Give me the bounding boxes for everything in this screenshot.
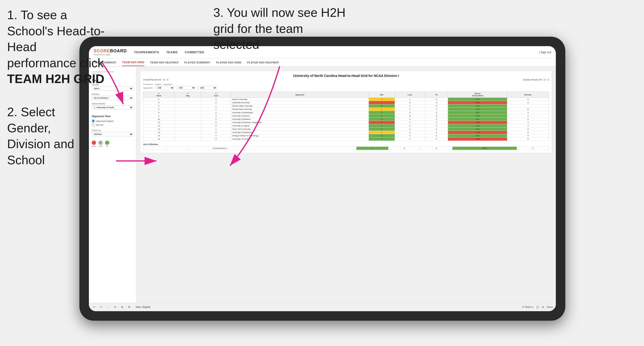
cell-reg [174,134,201,138]
cell-diff: 3.67 [448,111,507,114]
table-row: 14 2 University of Oklahoma 1 2 0 -1.00 … [144,131,549,134]
cell-rank: 2 [144,98,175,101]
comment-button[interactable]: 💬 [536,306,539,308]
cell-tie: 0 [425,114,448,118]
cell-diff: 4.50 [448,134,507,138]
col-diff: Diff AvStrokes/Rnd [448,92,507,98]
subnav-team-h2h-heatmap[interactable]: TEAM H2H HEATMAP [150,59,179,66]
conference-filter-label: Conference [143,83,153,85]
grid-view-button[interactable]: ⊞ [542,306,544,308]
toolbar-right: 👁 Watch ▾ 💬 ⊞ Share [522,306,553,308]
subnav-player-h2h-heatmap[interactable]: PLAYER H2H HEATMAP [247,59,279,66]
cell-loss: 4 [395,101,425,104]
nav-committee[interactable]: COMMITTEE [185,49,204,55]
main-content: Last Updated: 27/03/2024 16:55:38 Team G… [89,67,556,303]
share-button[interactable]: Share [546,306,553,308]
sidebar-division-label: Division [92,93,133,95]
table-row: 15 4 Georgia Institute of Technology 6 0… [144,134,549,138]
cell-opponent: University of Florida [231,138,368,141]
cell-loss: 0 [395,111,425,114]
cell-rounds: 3 [507,111,549,114]
cell-rank: 12 [144,124,175,128]
division-select[interactable]: NCAA Division I [92,96,133,100]
nav-tournaments[interactable]: TOURNAMENTS [134,49,159,55]
cell-conf: 1 [201,128,231,131]
cell-conf: 4 [201,134,231,138]
col-reg: #Reg [174,92,201,98]
subnav-player-summary[interactable]: PLAYER SUMMARY [184,59,210,66]
cell-conf: 2 [201,131,231,134]
cell-win: 2 [368,108,395,111]
cell-tie: 0 [425,128,448,131]
cell-reg [174,131,201,134]
settings-button[interactable]: ⚙ [126,305,132,309]
cell-diff: 5.56 [448,128,507,131]
cell-reg [174,128,201,131]
ood-name: NCAA Division II [212,147,356,150]
cell-diff: -6.42 [448,138,507,141]
zoom-button[interactable]: ⊕ [120,305,125,309]
watch-button[interactable]: 👁 Watch ▾ [522,306,534,308]
sidebar-colour-label: Colour by [92,129,133,132]
radio-group: Opponents Played Top 100 [92,120,133,126]
col-win: Win [368,92,395,98]
refresh-button[interactable]: ⟳ [113,305,118,309]
radio-top100[interactable]: Top 100 [92,123,133,126]
colour-by-section: Colour by Win/loss Down Level [92,129,133,147]
radio-opponents-played[interactable]: Opponents Played [92,120,133,123]
cell-loss: 2 [395,108,425,111]
opponent-select[interactable]: (All) [198,86,217,90]
cell-reg [174,108,201,111]
cell-tie: 0 [425,138,448,141]
nav-teams[interactable]: TEAMS [166,49,178,55]
cell-opponent: University of Arkansas, Fayetteville [231,121,368,124]
school-select[interactable]: 1. University of North... [92,105,133,110]
cell-tie: 0 [425,134,448,138]
subnav-player-h2h-grid[interactable]: PLAYER H2H GRID [216,59,242,66]
table-row: 2 1 Auburn University 2 1 0 1.67 9 [144,98,549,101]
cell-tie: 0 [425,131,448,134]
grid-area: University of North Carolina Head-to-Hea… [136,67,556,303]
cell-rounds: 8 [507,118,549,121]
col-opponent: Opponent [231,92,368,98]
table-row: 11 6 University of Arkansas, Fayettevill… [144,121,549,124]
sub-nav: TEAM SUMMARY TEAM H2H GRID TEAM H2H HEAT… [89,58,556,67]
cell-rank: 9 [144,114,175,118]
cell-opponent: University of Washington [231,111,368,114]
cell-rank: 8 [144,111,175,114]
grid-title: University of North Carolina Head-to-Hea… [143,74,549,78]
table-row: 13 1 Texas Tech University 3 0 0 5.56 9 [144,128,549,131]
cell-rounds: 9 [507,131,549,134]
cell-diff: -2.29 [448,101,507,104]
cell-win: 3 [368,138,395,141]
region-filter: Region [155,83,161,85]
opponents-select[interactable]: (All) [155,86,174,90]
colour-level-circle [98,141,103,145]
cell-tie: 0 [425,121,448,124]
undo-button[interactable]: ↩ [92,305,97,309]
sidebar: Last Updated: 27/03/2024 16:55:38 Team G… [89,67,136,303]
cell-win: 0 [368,121,395,124]
cell-rank: 6 [144,108,175,111]
cell-opponent: Georgia Institute of Technology [231,134,368,138]
cell-conf: 2 [201,108,231,111]
region-select[interactable]: (All) [176,86,196,90]
cell-loss: 0 [395,134,425,138]
back-button[interactable]: ← [106,305,111,309]
table-row: 9 3 University of Arizona 1 0 0 9.00 2 [144,114,549,118]
cell-loss: 0 [395,124,425,128]
subnav-team-h2h-grid[interactable]: TEAM H2H GRID [122,59,144,66]
colour-by-select[interactable]: Win/loss [92,132,133,136]
cell-reg [174,118,201,121]
col-loss: Loss [395,92,425,98]
redo-button[interactable]: ↪ [98,305,104,309]
cell-opponent: Vanderbilt University [231,101,368,104]
cell-reg [174,98,201,101]
cell-rounds: 12 [507,108,549,111]
cell-opponent: University of Arizona [231,114,368,118]
cell-rounds: 8 [507,101,549,104]
annotation-3: 3. You will now see H2H grid for the tea… [213,5,351,53]
annotation-1: 1. To see a School's Head-to-Head perfor… [7,7,107,87]
annotation-2: 2. Select Gender, Division and School [7,104,95,168]
sign-out-link[interactable]: | Sign out [539,51,551,54]
